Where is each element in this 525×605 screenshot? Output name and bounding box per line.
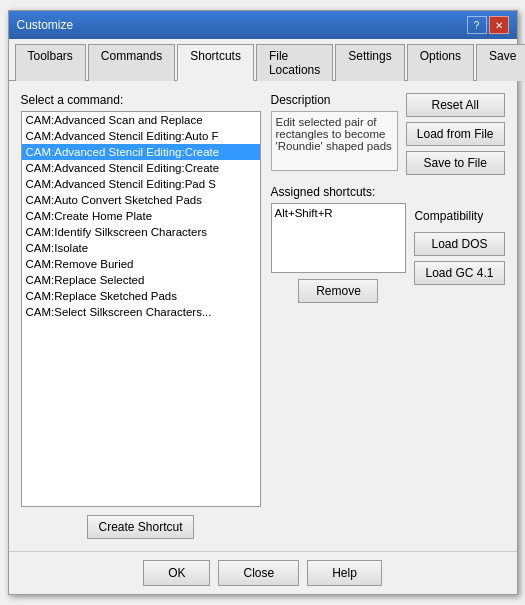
compatibility-label: Compatibility [414, 209, 504, 223]
right-buttons: Reset All Load from File Save to File [406, 93, 505, 181]
list-item[interactable]: CAM:Remove Buried [22, 256, 260, 272]
desc-and-buttons: Description Edit selected pair of rectan… [271, 93, 505, 181]
list-item[interactable]: CAM:Identify Silkscreen Characters [22, 224, 260, 240]
left-panel: Select a command: CAM:Advanced Scan and … [21, 93, 261, 539]
save-to-file-button[interactable]: Save to File [406, 151, 505, 175]
tab-bar: Toolbars Commands Shortcuts File Locatio… [9, 39, 517, 81]
title-buttons: ? ✕ [467, 16, 509, 34]
description-group: Description Edit selected pair of rectan… [271, 93, 398, 171]
right-panel: Description Edit selected pair of rectan… [271, 93, 505, 539]
list-item[interactable]: CAM:Isolate [22, 240, 260, 256]
assigned-shortcuts-box: Alt+Shift+R [271, 203, 407, 273]
list-item[interactable]: CAM:Auto Convert Sketched Pads [22, 192, 260, 208]
title-bar: Customize ? ✕ [9, 11, 517, 39]
remove-btn-area: Remove [271, 279, 407, 303]
select-command-label: Select a command: [21, 93, 261, 107]
tab-save[interactable]: Save [476, 44, 525, 81]
main-area: Select a command: CAM:Advanced Scan and … [21, 93, 505, 539]
load-dos-button[interactable]: Load DOS [414, 232, 504, 256]
description-text: Edit selected pair of rectangles to beco… [271, 111, 398, 171]
tab-shortcuts[interactable]: Shortcuts [177, 44, 254, 81]
tab-options[interactable]: Options [407, 44, 474, 81]
title-bar-left: Customize [17, 18, 74, 32]
description-label: Description [271, 93, 398, 107]
list-item[interactable]: CAM:Advanced Scan and Replace [22, 112, 260, 128]
tab-toolbars[interactable]: Toolbars [15, 44, 86, 81]
list-item[interactable]: CAM:Replace Sketched Pads [22, 288, 260, 304]
tab-commands[interactable]: Commands [88, 44, 175, 81]
create-btn-area: Create Shortcut [21, 515, 261, 539]
remove-button[interactable]: Remove [298, 279, 378, 303]
compat-buttons: Compatibility Load DOS Load GC 4.1 [414, 203, 504, 303]
list-item[interactable]: CAM:Advanced Stencil Editing:Create [22, 144, 260, 160]
list-item[interactable]: CAM:Advanced Stencil Editing:Pad S [22, 176, 260, 192]
create-shortcut-button[interactable]: Create Shortcut [87, 515, 193, 539]
close-title-button[interactable]: ✕ [489, 16, 509, 34]
close-button[interactable]: Close [218, 560, 299, 586]
help-button[interactable]: Help [307, 560, 382, 586]
tab-content: Select a command: CAM:Advanced Scan and … [9, 81, 517, 551]
ok-button[interactable]: OK [143, 560, 210, 586]
assigned-group: Assigned shortcuts: Alt+Shift+R Remove C… [271, 185, 505, 303]
help-title-button[interactable]: ? [467, 16, 487, 34]
assigned-label: Assigned shortcuts: [271, 185, 505, 199]
customize-window: Customize ? ✕ Toolbars Commands Shortcut… [8, 10, 518, 595]
bottom-bar: OK Close Help [9, 551, 517, 594]
tab-file-locations[interactable]: File Locations [256, 44, 333, 81]
tab-settings[interactable]: Settings [335, 44, 404, 81]
window-title: Customize [17, 18, 74, 32]
desc-content: Description Edit selected pair of rectan… [271, 93, 398, 181]
list-item[interactable]: CAM:Create Home Plate [22, 208, 260, 224]
list-item[interactable]: CAM:Replace Selected [22, 272, 260, 288]
list-item[interactable]: CAM:Advanced Stencil Editing:Create [22, 160, 260, 176]
list-item[interactable]: CAM:Select Silkscreen Characters... [22, 304, 260, 320]
load-gc-button[interactable]: Load GC 4.1 [414, 261, 504, 285]
list-item[interactable]: CAM:Advanced Stencil Editing:Auto F [22, 128, 260, 144]
reset-all-button[interactable]: Reset All [406, 93, 505, 117]
load-from-file-button[interactable]: Load from File [406, 122, 505, 146]
command-listbox[interactable]: CAM:Advanced Scan and ReplaceCAM:Advance… [21, 111, 261, 507]
